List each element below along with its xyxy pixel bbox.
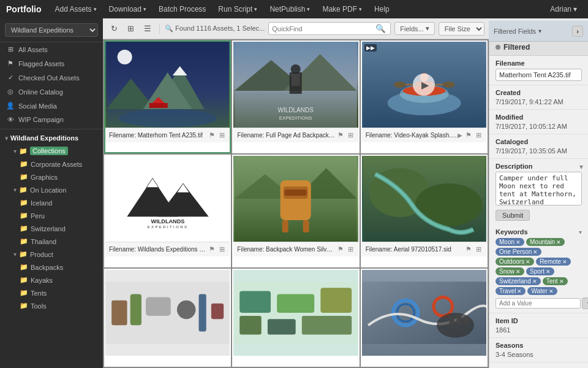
asset-info-button[interactable]: ⊞: [475, 245, 483, 254]
keyword-remove-icon[interactable]: ✕: [562, 259, 567, 265]
list-view-button[interactable]: ☰: [141, 22, 154, 35]
file-size-select[interactable]: File Size: [439, 22, 484, 36]
asset-flag-button[interactable]: ⚑: [208, 131, 216, 140]
asset-flag-button[interactable]: ⚑: [464, 245, 473, 254]
sidebar-item-wip-campaign[interactable]: 👁 WIP Campaign: [0, 113, 103, 126]
asset-actions: ⚑ ⊞: [208, 245, 226, 254]
svg-rect-54: [239, 316, 262, 334]
asset-info: Filename: Matterhorn Tent A235.tif ⚑ ⊞: [105, 128, 230, 142]
tree-graphics[interactable]: 📁 Graphics: [0, 171, 103, 183]
keyword-remove-icon[interactable]: ✕: [516, 269, 521, 275]
svg-rect-49: [211, 304, 224, 319]
asset-tile[interactable]: WILDLANDS EXPEDITIONS Filename: Full Pag…: [232, 40, 359, 153]
graphics-folder-icon: 📁: [20, 173, 28, 181]
svg-point-1: [118, 50, 132, 64]
keyword-remove-icon[interactable]: ✕: [532, 278, 537, 285]
tree-iceland[interactable]: 📁 Iceland: [0, 196, 103, 209]
svg-text:EXPEDITIONS: EXPEDITIONS: [147, 225, 188, 229]
asset-flag-button[interactable]: ⚑: [336, 131, 345, 140]
keyword-remove-icon[interactable]: ✕: [517, 288, 522, 294]
search-wrap: 🔍: [268, 22, 391, 35]
corporate-folder-icon: 📁: [20, 160, 28, 168]
keyword-remove-icon[interactable]: ✕: [533, 249, 538, 255]
description-collapse-icon[interactable]: ▾: [579, 163, 583, 171]
sidebar-item-online-catalog[interactable]: ◎ Online Catalog: [0, 85, 103, 99]
search-button[interactable]: 🔍: [374, 23, 387, 34]
tree-corporate-assets[interactable]: 📁 Corporate Assets: [0, 158, 103, 171]
svg-rect-52: [277, 294, 314, 313]
svg-rect-38: [282, 220, 288, 232]
tree-product[interactable]: ▾ 📁 Product: [0, 248, 103, 261]
sidebar-item-checked-out[interactable]: ✓ Checked Out Assets: [0, 71, 103, 85]
tree-tools[interactable]: 📁 Tools: [0, 299, 103, 312]
nav-netpublish[interactable]: NetPublish ▾: [265, 2, 315, 16]
nav-make-pdf[interactable]: Make PDF ▾: [317, 2, 367, 16]
keywords-collapse-icon[interactable]: ▾: [579, 229, 582, 236]
asset-tile[interactable]: Filename: Matterhorn Tent A235.tif ⚑ ⊞: [104, 40, 231, 153]
asset-tile[interactable]: [104, 269, 231, 367]
tree-corporate-assets-label: Corporate Assets: [31, 161, 82, 168]
asset-flag-button[interactable]: ⚑: [464, 131, 473, 140]
asset-info-button[interactable]: ⊞: [218, 245, 226, 254]
keyword-remove-icon[interactable]: ✕: [526, 259, 530, 265]
nav-batch-process[interactable]: Batch Process: [154, 2, 211, 16]
tree-thailand-label: Thailand: [31, 238, 56, 245]
nav-download[interactable]: Download ▾: [104, 2, 151, 16]
asset-info-button[interactable]: ⊞: [347, 131, 355, 140]
sidebar-item-social-media[interactable]: 👤 Social Media: [0, 99, 103, 113]
svg-point-24: [393, 82, 405, 88]
asset-tile[interactable]: WILDLANDS EXPEDITIONS Filename: Wildland…: [104, 155, 231, 267]
tree-backpacks[interactable]: 📁 Backpacks: [0, 261, 103, 274]
asset-flag-button[interactable]: ⚑: [336, 245, 345, 254]
filter-next-button[interactable]: ›: [572, 26, 583, 37]
grid-view-button[interactable]: ⊞: [124, 22, 137, 35]
tree-on-location[interactable]: ▾ 📁 On Location: [0, 183, 103, 196]
asset-tile[interactable]: ▶ ▶▶ Filename: Video-Kayak Splash.mov ▶ …: [361, 40, 488, 153]
tree-graphics-label: Graphics: [31, 174, 58, 181]
asset-thumbnail: [105, 270, 230, 356]
search-input[interactable]: [272, 25, 374, 33]
asset-tile[interactable]: Filename: Aerial 972010517.sid ⚑ ⊞: [361, 155, 488, 267]
sidebar-item-flagged-assets[interactable]: ⚑ Flagged Assets: [0, 56, 103, 71]
refresh-button[interactable]: ↻: [108, 22, 121, 35]
asset-actions: ⚑ ⊞: [336, 131, 355, 140]
panel-submit-button[interactable]: Submit: [496, 210, 530, 221]
tree-collections[interactable]: ▾ 📁 Collections: [0, 144, 103, 158]
tree-thailand[interactable]: 📁 Thailand: [0, 235, 103, 248]
tree-root-label: Wildland Expeditions: [10, 134, 78, 142]
keyword-remove-icon[interactable]: ✕: [549, 288, 554, 294]
fields-button[interactable]: Fields... ▾: [394, 22, 435, 35]
asset-tile[interactable]: Filename: Backpack Women Silver 214.psd …: [232, 155, 359, 267]
asset-tile[interactable]: [232, 269, 359, 367]
keyword-remove-icon[interactable]: ✕: [516, 239, 521, 245]
nav-run-script-arrow: ▾: [254, 6, 257, 12]
keyword-remove-icon[interactable]: ✕: [546, 269, 551, 275]
tree-switzerland[interactable]: 📁 Switzerland: [0, 222, 103, 235]
asset-info-button[interactable]: ⊞: [475, 131, 483, 140]
nav-run-script[interactable]: Run Script ▾: [213, 2, 262, 16]
keyword-remove-icon[interactable]: ✕: [559, 278, 564, 285]
sidebar-item-all-assets[interactable]: ⊞ All Assets: [0, 42, 103, 56]
add-value-input[interactable]: [496, 298, 581, 309]
add-value-row: ▾ + ⊞: [496, 297, 582, 309]
panel-title: Filtered: [503, 43, 530, 52]
nav-add-assets[interactable]: Add Assets ▾: [50, 2, 102, 16]
tree-tents[interactable]: 📁 Tents: [0, 286, 103, 299]
keyword-remove-icon[interactable]: ✕: [556, 239, 561, 245]
nav-user[interactable]: Adrian ▾: [545, 2, 582, 16]
panel-filename-input[interactable]: [496, 69, 582, 81]
asset-info-button[interactable]: ⊞: [218, 131, 226, 140]
keyword-tag: Water✕: [527, 287, 557, 295]
tree-kayaks[interactable]: 📁 Kayaks: [0, 274, 103, 286]
panel-description-textarea[interactable]: Camper under full Moon next to red tent …: [496, 172, 582, 205]
add-value-select[interactable]: ▾: [582, 297, 588, 309]
catalog-selector[interactable]: Wildland Expeditions: [5, 23, 98, 37]
asset-thumbnail: WILDLANDS EXPEDITIONS: [233, 42, 358, 128]
asset-tile[interactable]: [361, 269, 488, 367]
asset-flag-button[interactable]: ⚑: [208, 245, 216, 254]
nav-help[interactable]: Help: [369, 2, 394, 16]
tree-root[interactable]: ▾ Wildland Expeditions: [0, 132, 103, 144]
tree-kayaks-label: Kayaks: [31, 277, 53, 284]
asset-info-button[interactable]: ⊞: [347, 245, 355, 254]
tree-peru[interactable]: 📁 Peru: [0, 209, 103, 222]
